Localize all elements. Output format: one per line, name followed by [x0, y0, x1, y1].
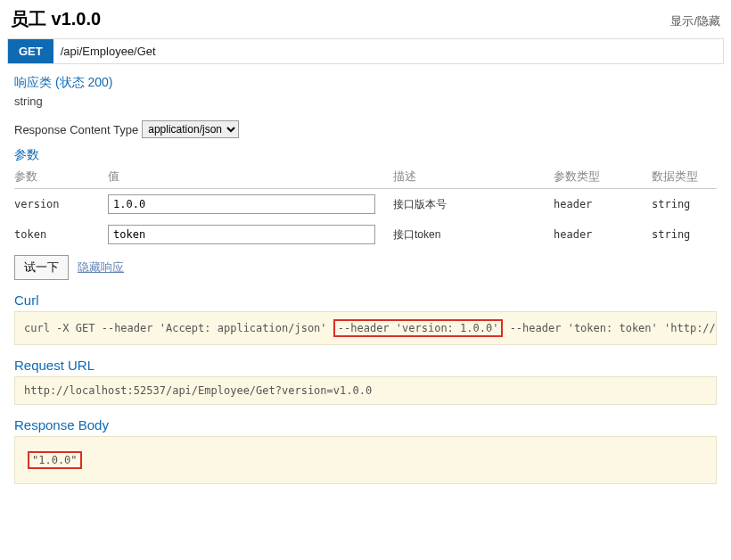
param-name: version — [14, 189, 108, 220]
param-type: header — [554, 219, 652, 250]
toggle-link[interactable]: 显示/隐藏 — [670, 13, 720, 29]
try-it-button[interactable]: 试一下 — [14, 255, 69, 280]
curl-pre: curl -X GET --header 'Accept: applicatio… — [24, 322, 333, 334]
curl-box[interactable]: curl -X GET --header 'Accept: applicatio… — [14, 311, 717, 345]
hide-response-link[interactable]: 隐藏响应 — [78, 259, 124, 276]
params-section-label: 参数 — [14, 147, 717, 163]
param-value-input[interactable] — [108, 225, 375, 244]
endpoint-path: /api/Employee/Get — [53, 39, 723, 63]
table-row: token 接口token header string — [14, 219, 717, 250]
api-header: 员工 v1.0.0 显示/隐藏 — [0, 0, 731, 35]
param-dtype: string — [652, 219, 717, 250]
response-body-box: "1.0.0" — [14, 436, 717, 484]
response-body-value: "1.0.0" — [28, 451, 82, 469]
operation-row[interactable]: GET /api/Employee/Get — [7, 38, 724, 64]
request-url-label: Request URL — [14, 358, 717, 373]
param-name: token — [14, 219, 108, 250]
col-header-dtype: 数据类型 — [652, 165, 717, 189]
col-header-name: 参数 — [14, 165, 108, 189]
param-desc: 接口token — [393, 219, 554, 250]
request-url-box: http://localhost:52537/api/Employee/Get?… — [14, 376, 717, 405]
content-type-label: Response Content Type — [14, 123, 138, 136]
params-table: 参数 值 描述 参数类型 数据类型 version 接口版本号 header s… — [14, 165, 717, 250]
col-header-value: 值 — [108, 165, 393, 189]
operation-panel: 响应类 (状态 200) string Response Content Typ… — [0, 64, 731, 488]
table-row: version 接口版本号 header string — [14, 189, 717, 220]
response-class-label: 响应类 (状态 200) — [14, 75, 717, 91]
param-type: header — [554, 189, 652, 220]
param-desc: 接口版本号 — [393, 189, 554, 220]
response-class-type: string — [14, 95, 717, 108]
response-body-label: Response Body — [14, 417, 717, 432]
param-value-input[interactable] — [108, 194, 375, 214]
http-method-badge: GET — [8, 39, 53, 63]
api-title: 员工 v1.0.0 — [11, 7, 101, 31]
param-dtype: string — [652, 189, 717, 220]
curl-post: --header 'token: token' 'http://local — [503, 322, 717, 334]
col-header-ptype: 参数类型 — [554, 165, 652, 189]
col-header-desc: 描述 — [393, 165, 554, 189]
curl-label: Curl — [14, 292, 717, 308]
content-type-select[interactable]: application/json — [142, 120, 239, 138]
curl-highlight: --header 'version: 1.0.0' — [333, 319, 504, 337]
